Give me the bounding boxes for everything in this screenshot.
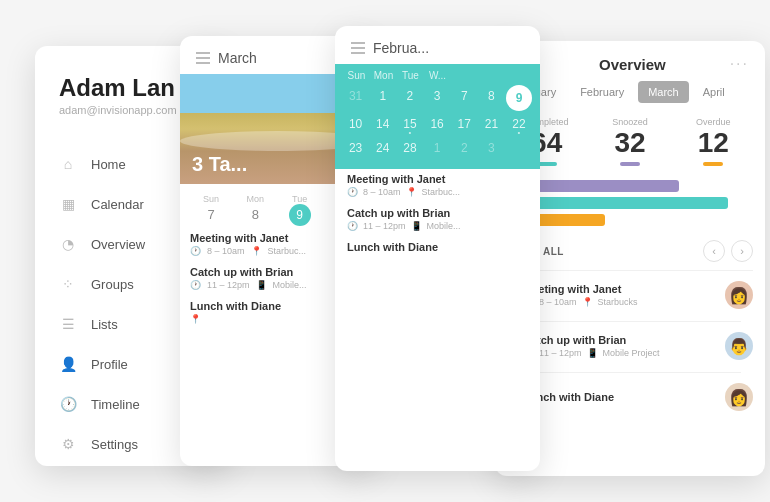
sidebar-item-lists-label: Lists — [91, 317, 118, 332]
sidebar-item-overview-label: Overview — [91, 237, 145, 252]
march-title: March — [218, 50, 257, 66]
cards-wrapper: Adam Lan adam@invisionapp.com ⌂ Home ▦ C… — [35, 26, 735, 476]
feb-day-next-1[interactable]: 1 — [424, 137, 449, 159]
feb-day-2[interactable]: 2 — [397, 85, 422, 111]
event-3-avatar-img: 👩 — [729, 388, 749, 407]
feb-header-wed: W... — [424, 70, 451, 81]
feb-day-10[interactable]: 10 — [343, 113, 368, 135]
feb-event-1-time: 8 – 10am — [363, 187, 401, 197]
event-3-avatar: 👩 — [725, 383, 753, 411]
feb-day-15[interactable]: 15 — [397, 113, 422, 135]
feb-day-1[interactable]: 1 — [370, 85, 395, 111]
sidebar-item-home-label: Home — [91, 157, 126, 172]
feb-hamburger-icon[interactable] — [351, 42, 365, 54]
divider-2 — [519, 321, 741, 322]
feb-day-3[interactable]: 3 — [424, 85, 449, 111]
chart-bar-teal — [507, 197, 728, 209]
event-2-loc: Mobile Project — [603, 348, 660, 358]
divider-3 — [519, 372, 741, 373]
feb-day-14[interactable]: 14 — [370, 113, 395, 135]
stat-overdue-label: Overdue — [674, 117, 753, 127]
settings-icon: ⚙ — [59, 435, 77, 453]
lists-icon: ☰ — [59, 315, 77, 333]
feb-pin-icon-1: 📍 — [406, 187, 417, 197]
feb-day-next-2[interactable]: 2 — [452, 137, 477, 159]
feb-event-1-meta: 🕐 8 – 10am 📍 Starbuc... — [347, 187, 528, 197]
feb-day-22[interactable]: 22 — [506, 113, 532, 135]
feb-day-16[interactable]: 16 — [424, 113, 449, 135]
prev-arrow[interactable]: ‹ — [703, 240, 725, 262]
ov-mobile-2: 📱 — [587, 348, 598, 358]
home-icon: ⌂ — [59, 155, 77, 173]
stat-snoozed-label: Snoozed — [590, 117, 669, 127]
groups-icon: ⁘ — [59, 275, 77, 293]
event-1-title: Meeting with Janet — [523, 283, 717, 295]
hamburger-icon[interactable] — [196, 52, 210, 64]
feb-day-7[interactable]: 7 — [452, 85, 477, 111]
tab-march[interactable]: March — [638, 81, 689, 103]
feb-cal-header: Sun Mon Tue W... — [335, 64, 540, 85]
feb-event-2-title: Catch up with Brian — [347, 207, 528, 219]
feb-mobile-icon-2: 📱 — [411, 221, 422, 231]
ov-pin-1: 📍 — [582, 297, 593, 307]
overview-more-icon[interactable]: ··· — [730, 55, 749, 73]
sidebar-item-timeline-label: Timeline — [91, 397, 140, 412]
event-3-info: Lunch with Diane — [523, 391, 717, 403]
feb-day-28[interactable]: 28 — [397, 137, 422, 159]
feb-clock-icon-1: 🕐 — [347, 187, 358, 197]
feb-events: Meeting with Janet 🕐 8 – 10am 📍 Starbuc.… — [335, 169, 540, 267]
week-day-sun-label: Sun — [190, 194, 232, 204]
feb-day-next-3[interactable]: 3 — [479, 137, 504, 159]
chart-bar-row — [507, 180, 753, 226]
event-1-loc: Starbucks — [598, 297, 638, 307]
feb-header-sun: Sun — [343, 70, 370, 81]
overview-event-1: Meeting with Janet 🕐 8 – 10am 📍 Starbuck… — [507, 281, 753, 309]
event-1-info: Meeting with Janet 🕐 8 – 10am 📍 Starbuck… — [523, 283, 717, 307]
app-container: Adam Lan adam@invisionapp.com ⌂ Home ▦ C… — [0, 0, 770, 502]
tab-february[interactable]: February — [570, 81, 634, 103]
stat-overdue: Overdue 12 — [674, 117, 753, 166]
overview-event-2: Catch up with Brian 🕐 11 – 12pm 📱 Mobile… — [507, 332, 753, 360]
next-arrow[interactable]: › — [731, 240, 753, 262]
nav-arrows: ‹ › — [703, 240, 753, 262]
event-3-title: Lunch with Diane — [523, 391, 717, 403]
calendar-icon: ▦ — [59, 195, 77, 213]
feb-day-31[interactable]: 31 — [343, 85, 368, 111]
stat-snoozed: Snoozed 32 — [590, 117, 669, 166]
sidebar-item-groups-label: Groups — [91, 277, 134, 292]
feb-event-1-loc: Starbuc... — [422, 187, 461, 197]
march-event-1-time: 8 – 10am — [207, 246, 245, 256]
clock-icon-1: 🕐 — [190, 246, 201, 256]
feb-day-17[interactable]: 17 — [452, 113, 477, 135]
tab-april[interactable]: April — [693, 81, 735, 103]
event-2-time: 11 – 12pm — [539, 348, 582, 358]
event-2-avatar: 👨 — [725, 332, 753, 360]
week-day-mon-num: 8 — [234, 204, 276, 225]
week-day-mon: Mon 8 — [234, 194, 276, 226]
overview-icon: ◔ — [59, 235, 77, 253]
stat-overdue-bar — [703, 162, 723, 166]
feb-event-2-time: 11 – 12pm — [363, 221, 406, 231]
feb-day-9-selected[interactable]: 9 — [506, 85, 532, 111]
feb-day-23[interactable]: 23 — [343, 137, 368, 159]
feb-day-8[interactable]: 8 — [479, 85, 504, 111]
week-day-tue-num: 9 — [289, 204, 311, 226]
event-2-info: Catch up with Brian 🕐 11 – 12pm 📱 Mobile… — [523, 334, 717, 358]
event-2-title: Catch up with Brian — [523, 334, 717, 346]
pin-icon-3: 📍 — [190, 314, 201, 324]
feb-calendar: Sun Mon Tue W... 31 1 2 3 7 8 9 10 — [335, 64, 540, 169]
feb-event-1-title: Meeting with Janet — [347, 173, 528, 185]
divider-1 — [507, 270, 753, 271]
week-day-tue: Tue 9 — [279, 194, 321, 226]
feb-event-2: Catch up with Brian 🕐 11 – 12pm 📱 Mobile… — [347, 207, 528, 231]
feb-day-24[interactable]: 24 — [370, 137, 395, 159]
profile-icon: 👤 — [59, 355, 77, 373]
feb-header: Februa... — [335, 26, 540, 64]
week-day-sun: Sun 7 — [190, 194, 232, 226]
feb-cal-grid: 31 1 2 3 7 8 9 10 14 15 16 17 21 22 — [335, 85, 540, 159]
stat-snoozed-value: 32 — [590, 127, 669, 159]
sidebar-item-settings-label: Settings — [91, 437, 138, 452]
feb-day-21[interactable]: 21 — [479, 113, 504, 135]
feb-event-2-loc: Mobile... — [427, 221, 461, 231]
feb-header-tue: Tue — [397, 70, 424, 81]
